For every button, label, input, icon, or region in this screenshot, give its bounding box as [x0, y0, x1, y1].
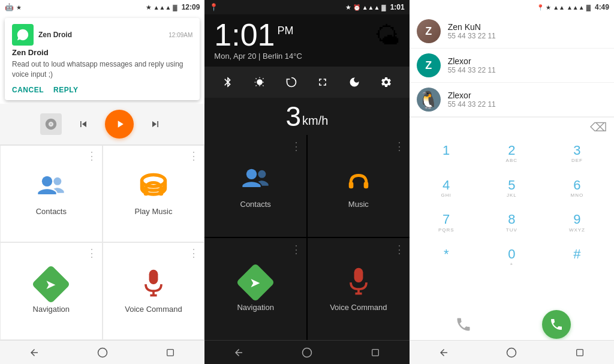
tile-playmusic-light[interactable]: ⋮ Play Music — [103, 145, 205, 243]
home-button-3[interactable] — [503, 344, 520, 361]
recent-button-3[interactable] — [571, 344, 588, 361]
tile-more-navigation[interactable]: ⋮ — [86, 248, 97, 258]
nav-bar-2 — [204, 340, 409, 364]
tile-contacts-dark[interactable]: ⋮ Contacts — [204, 135, 306, 237]
dial-key-1[interactable]: 1 — [414, 137, 478, 170]
contact-avatar-1: Z — [417, 53, 441, 77]
recent-button-2[interactable] — [367, 344, 384, 361]
dial-key-8[interactable]: 8 TUV — [480, 206, 544, 240]
reply-button[interactable]: REPLY — [53, 86, 78, 94]
svg-point-10 — [246, 169, 257, 179]
tile-more-voicecommand-dark[interactable]: ⋮ — [394, 243, 405, 256]
status-bar-1: 🤖 ★ ★ ▲▲▲ ▓ 12:09 — [0, 0, 204, 14]
qs-night[interactable] — [345, 73, 364, 92]
clock-date: Mon, Apr 20 | Berlin 14°C — [214, 52, 399, 61]
music-player-bar — [0, 104, 204, 145]
signal-icon-3: ▲▲▲ — [567, 4, 585, 11]
contact-info-2: Zlexor 55 44 33 22 11 — [448, 91, 607, 109]
speed-display: 3 km/h — [204, 98, 409, 135]
navigation-icon-light: ➤ — [35, 269, 67, 300]
svg-rect-13 — [363, 182, 368, 188]
status-bar-right-1: ★ ▲▲▲ ▓ 12:09 — [146, 3, 200, 11]
quick-settings — [204, 67, 409, 98]
notif-title-block: Zen Droid — [38, 31, 164, 39]
play-button[interactable] — [105, 110, 134, 139]
dial-key-7[interactable]: 7 PQRS — [414, 206, 478, 240]
tile-music-dark[interactable]: ⋮ Music — [308, 135, 410, 237]
dial-key-star[interactable]: * — [414, 240, 478, 274]
tile-more-voicecommand[interactable]: ⋮ — [188, 248, 199, 258]
tile-label-contacts-dark: Contacts — [240, 200, 271, 209]
qs-fullscreen[interactable] — [313, 73, 332, 92]
qs-bluetooth[interactable] — [218, 73, 237, 92]
recent-button-1[interactable] — [162, 344, 179, 361]
bluetooth-icon-1: ★ — [146, 4, 152, 11]
qs-brightness[interactable] — [250, 73, 269, 92]
prev-button[interactable] — [74, 115, 93, 134]
contact-info-1: Zlexor 55 44 33 22 11 — [448, 56, 607, 74]
tile-navigation-light[interactable]: ⋮ ➤ Navigation — [0, 242, 103, 340]
contacts-list: Z Zen KuN 55 44 33 22 11 Z Zlexor 55 44 … — [410, 14, 614, 118]
contact-number-0: 55 44 33 22 11 — [448, 32, 607, 40]
location-icon-3: 📍 — [537, 4, 544, 11]
dial-key-4[interactable]: 4 GHI — [414, 172, 478, 205]
dial-key-5[interactable]: 5 JKL — [480, 172, 544, 205]
delete-button[interactable]: ⌫ — [590, 120, 607, 134]
status-bar-2: 📍 ★ ⏰ ▲▲▲ ▓ 1:01 — [204, 0, 409, 14]
dial-key-2[interactable]: 2 ABC — [480, 137, 544, 170]
back-button-2[interactable] — [230, 344, 247, 361]
bluetooth-icon-3: ★ — [546, 4, 551, 11]
tile-more-music-dark[interactable]: ⋮ — [394, 140, 405, 153]
tile-more-navigation-dark[interactable]: ⋮ — [291, 243, 302, 256]
notif-text: Read out to loud whatsapp messages and r… — [12, 59, 192, 80]
qs-settings[interactable] — [377, 73, 396, 92]
voicemail-button[interactable] — [453, 314, 474, 335]
status-bar-left-1: 🤖 ★ — [5, 3, 22, 11]
weather-display: 🌤 — [375, 22, 400, 50]
dial-key-6[interactable]: 6 MNO — [545, 172, 609, 205]
contact-item-2[interactable]: 🐧 Zlexor 55 44 33 22 11 — [410, 83, 614, 117]
contact-name-0: Zen KuN — [448, 22, 607, 32]
contact-avatar-0: Z — [417, 19, 441, 43]
battery-icon-3: ▓ — [586, 4, 591, 11]
tile-more-playmusic[interactable]: ⋮ — [188, 151, 199, 161]
bluetooth-icon-2: ★ — [345, 4, 351, 11]
panel-android-auto-light: 🤖 ★ ★ ▲▲▲ ▓ 12:09 Zen Droid 12:09AM Zen … — [0, 0, 204, 364]
svg-rect-4 — [149, 270, 158, 284]
qs-rotate[interactable] — [282, 73, 301, 92]
tile-navigation-dark[interactable]: ⋮ ➤ Navigation — [204, 238, 306, 340]
speed-value: 3 km/h — [286, 103, 329, 130]
dial-key-0[interactable]: 0 + — [480, 240, 544, 274]
tile-contacts-light[interactable]: ⋮ Contacts — [0, 145, 103, 243]
dialer-grid: 1 2 ABC 3 DEF 4 GHI 5 JKL 6 MNO 7 PQRS 8 — [410, 137, 614, 309]
svg-point-0 — [42, 176, 52, 186]
dial-key-3[interactable]: 3 DEF — [545, 137, 609, 170]
contact-item-1[interactable]: Z Zlexor 55 44 33 22 11 — [410, 49, 614, 83]
tile-more-contacts[interactable]: ⋮ — [86, 151, 97, 161]
app-grid-light: ⋮ Contacts ⋮ Play Music — [0, 145, 204, 340]
dial-key-9[interactable]: 9 WXYZ — [545, 206, 609, 240]
tile-label-navigation-dark: Navigation — [237, 303, 273, 312]
home-button-2[interactable] — [299, 344, 315, 361]
svg-point-19 — [507, 348, 516, 357]
next-button[interactable] — [146, 115, 165, 134]
cancel-button[interactable]: CANCEL — [12, 86, 44, 94]
contact-item-0[interactable]: Z Zen KuN 55 44 33 22 11 — [410, 14, 614, 49]
back-button-1[interactable] — [26, 344, 43, 361]
svg-point-17 — [302, 348, 311, 357]
tile-voicecommand-dark[interactable]: ⋮ Voice Command — [308, 238, 410, 340]
dial-key-hash[interactable]: # — [545, 240, 609, 274]
svg-rect-20 — [577, 349, 583, 356]
tile-more-contacts-dark[interactable]: ⋮ — [291, 140, 302, 153]
back-button-3[interactable] — [435, 344, 452, 361]
svg-point-9 — [257, 80, 261, 85]
app-grid-dark: ⋮ Contacts ⋮ Music ⋮ ➤ — [204, 135, 409, 340]
tile-voicecommand-light[interactable]: ⋮ Voice Command — [103, 242, 205, 340]
call-button[interactable] — [542, 310, 571, 339]
status-bar-right-2: ★ ⏰ ▲▲▲ ▓ 1:01 — [345, 3, 405, 11]
home-button-1[interactable] — [94, 344, 111, 361]
svg-rect-8 — [167, 349, 174, 356]
svg-rect-3 — [159, 189, 164, 196]
notification-card: Zen Droid 12:09AM Zen Droid Read out to … — [5, 18, 200, 100]
contact-number-2: 55 44 33 22 11 — [448, 100, 607, 109]
